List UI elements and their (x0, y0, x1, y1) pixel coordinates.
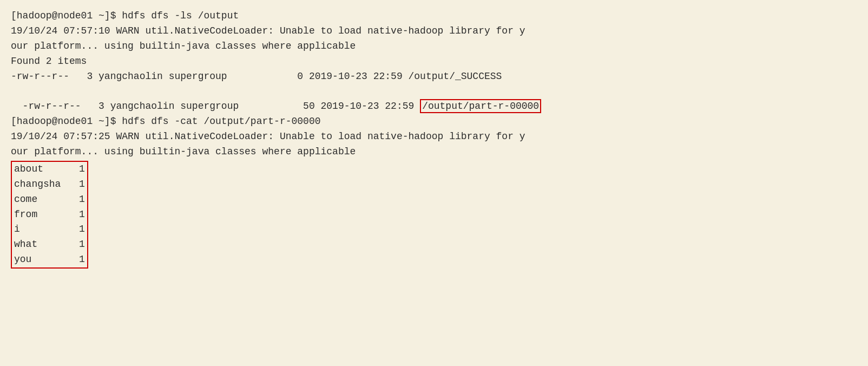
file-entry-2-pre: -rw-r--r-- 3 yangchaolin supergroup 50 2… (23, 101, 420, 112)
file-entry-1: -rw-r--r-- 3 yangchaolin supergroup 0 20… (11, 69, 857, 84)
word-cell: you (14, 252, 79, 267)
file-entry-2-highlight: /output/part-r-00000 (420, 99, 541, 113)
command-line-1: [hadoop@node01 ~]$ hdfs dfs -ls /output (11, 9, 857, 24)
word-cell: changsha (14, 177, 79, 192)
word-count-row: come1 (12, 192, 87, 207)
word-count-row: from1 (12, 207, 87, 223)
word-cell: about (14, 162, 79, 177)
warn-line-2b: our platform... using builtin-java class… (11, 145, 857, 160)
count-cell: 1 (79, 207, 85, 223)
command-line-2: [hadoop@node01 ~]$ hdfs dfs -cat /output… (11, 114, 857, 129)
count-cell: 1 (79, 162, 85, 177)
word-cell: i (14, 222, 79, 237)
count-cell: 1 (79, 252, 85, 267)
file-entry-2-line: -rw-r--r-- 3 yangchaolin supergroup 50 2… (11, 84, 857, 114)
count-cell: 1 (79, 237, 85, 252)
count-cell: 1 (79, 192, 85, 207)
word-count-row: i1 (12, 222, 87, 237)
word-count-row: what1 (12, 237, 87, 252)
word-cell: what (14, 237, 79, 252)
count-cell: 1 (79, 177, 85, 192)
found-items: Found 2 items (11, 54, 857, 69)
warn-line-1b: our platform... using builtin-java class… (11, 39, 857, 54)
count-cell: 1 (79, 222, 85, 237)
word-count-row: you1 (12, 252, 87, 267)
word-cell: come (14, 192, 79, 207)
word-count-row: about1 (12, 162, 87, 177)
warn-line-1: 19/10/24 07:57:10 WARN util.NativeCodeLo… (11, 24, 857, 39)
word-count-row: changsha1 (12, 177, 87, 192)
word-count-table: about1changsha1come1from1i1what1you1 (11, 161, 88, 269)
word-cell: from (14, 207, 79, 223)
warn-line-2: 19/10/24 07:57:25 WARN util.NativeCodeLo… (11, 129, 857, 145)
